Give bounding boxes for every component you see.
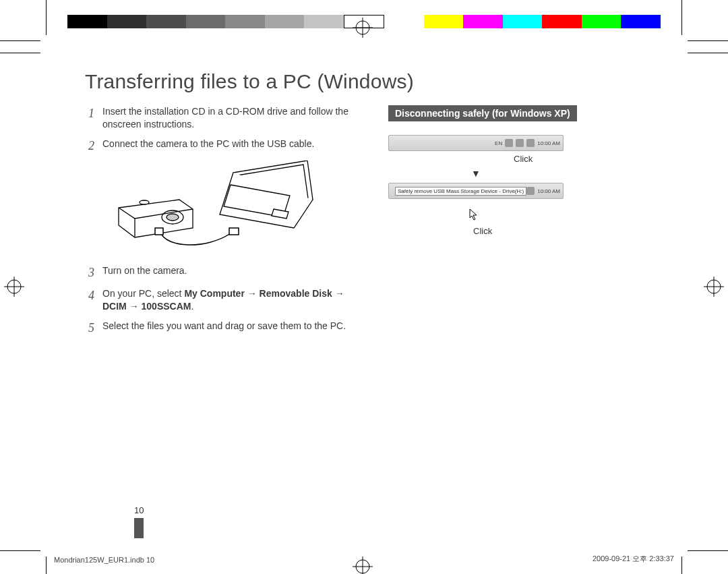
step-text: Turn on the camera. <box>102 264 365 281</box>
step-number: 4 <box>85 287 94 313</box>
registration-mark-icon <box>353 18 373 38</box>
step-text-suffix: . <box>191 301 193 312</box>
step-text: Connect the camera to the PC with the US… <box>102 138 365 154</box>
step-text-prefix: On your PC, select <box>102 288 184 299</box>
step-item: 4 On your PC, select My Computer → Remov… <box>85 287 365 313</box>
camera-laptop-illustration <box>98 161 321 255</box>
callout-header: Disconnecting safely (for Windows XP) <box>388 105 577 121</box>
crop-mark <box>681 0 682 35</box>
page-marker-bar <box>134 518 144 538</box>
left-column: 1 Insert the installation CD in a CD-ROM… <box>85 105 365 343</box>
windows-taskbar: EN 10:00 AM <box>388 135 564 151</box>
taskbar-clock: 10:00 AM <box>537 188 560 194</box>
step-item: 1 Insert the installation CD in a CD-ROM… <box>85 105 365 131</box>
step-number: 5 <box>85 320 94 336</box>
crop-mark <box>681 556 682 574</box>
crop-mark <box>0 40 40 41</box>
crop-mark <box>0 53 40 53</box>
crop-mark <box>688 53 728 53</box>
svg-point-14 <box>140 200 149 204</box>
step-text: Insert the installation CD in a CD-ROM d… <box>102 105 365 131</box>
svg-rect-15 <box>155 228 163 235</box>
cursor-icon <box>469 208 479 223</box>
tray-icon <box>526 187 535 195</box>
crop-mark <box>46 0 47 35</box>
taskbar-lang: EN <box>495 140 502 146</box>
svg-point-13 <box>166 214 179 221</box>
svg-rect-16 <box>229 228 239 235</box>
step-number: 1 <box>85 105 94 131</box>
crop-mark <box>0 550 40 551</box>
step-text: Select the files you want and drag or sa… <box>102 320 365 336</box>
crop-mark <box>688 40 728 41</box>
step-item: 2 Connect the camera to the PC with the … <box>85 138 365 154</box>
tray-icon <box>526 139 535 147</box>
step-item: 3 Turn on the camera. <box>85 264 365 281</box>
page-title: Transferring files to a PC (Windows) <box>85 70 682 93</box>
step-number: 2 <box>85 138 94 154</box>
taskbar-clock: 10:00 AM <box>537 140 560 146</box>
tray-icon <box>516 139 524 147</box>
footer-timestamp: 2009-09-21 오후 2:33:37 <box>593 554 674 564</box>
registration-mark-icon <box>4 277 24 297</box>
safely-remove-tooltip: Safely remove USB Mass Storage Device - … <box>395 187 526 196</box>
page-number: 10 <box>134 505 144 515</box>
step-number: 3 <box>85 264 94 281</box>
chevron-down-icon: ▼ <box>388 168 564 179</box>
crop-mark <box>46 556 47 574</box>
click-label: Click <box>514 154 669 164</box>
page-content: Transferring files to a PC (Windows) 1 I… <box>46 53 682 550</box>
step-item: 5 Select the files you want and drag or … <box>85 320 365 336</box>
registration-mark-icon <box>704 277 724 297</box>
step-text: On your PC, select My Computer → Removab… <box>102 287 365 313</box>
footer-filename: Mondrian125W_EUR1.indb 10 <box>54 556 154 564</box>
click-label: Click <box>473 226 669 236</box>
registration-mark-icon <box>353 556 373 574</box>
page-number-block: 10 <box>134 505 144 538</box>
crop-mark <box>688 550 728 551</box>
right-column: Disconnecting safely (for Windows XP) EN… <box>388 105 669 343</box>
tray-icon <box>505 139 513 147</box>
